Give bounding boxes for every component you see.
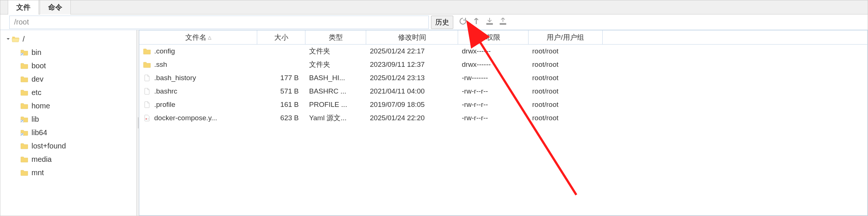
file-type: PROFILE ...: [305, 101, 366, 109]
tree-node[interactable]: lib64: [4, 126, 136, 139]
tree-node-label: lib64: [32, 128, 47, 137]
file-row[interactable]: .profile161 BPROFILE ...2019/07/09 18:05…: [139, 98, 867, 111]
tree-node-label: mnt: [32, 168, 44, 177]
folder-icon: [20, 76, 29, 82]
folder-link-icon: [20, 129, 29, 136]
file-name: docker-compose.y...: [154, 114, 217, 122]
file-list-panel: 文件名△ 大小 类型 修改时间 权限 用户/用户组 .config文件夹2025…: [139, 30, 868, 216]
folder-icon: [20, 89, 29, 96]
file-user: root/root: [529, 74, 603, 82]
file-type: Yaml 源文...: [305, 113, 366, 123]
path-input[interactable]: [9, 16, 429, 29]
tree-node-label: home: [32, 102, 50, 110]
tree-node-label: lost+found: [32, 142, 66, 150]
folder-icon: [20, 102, 29, 109]
history-button[interactable]: 历史: [431, 16, 453, 29]
refresh-icon[interactable]: [458, 17, 467, 27]
path-bar: 历史: [0, 14, 868, 30]
file-list-header: 文件名△ 大小 类型 修改时间 权限 用户/用户组: [139, 30, 867, 45]
file-icon: [143, 88, 151, 95]
folder-icon: [20, 156, 29, 163]
folder-icon: [20, 143, 29, 149]
sort-asc-icon: △: [208, 35, 211, 40]
file-name: .bash_history: [154, 74, 196, 82]
file-name: .ssh: [154, 60, 167, 69]
column-header-mtime[interactable]: 修改时间: [366, 30, 458, 44]
file-row[interactable]: .bash_history177 BBASH_HI...2025/01/24 2…: [139, 71, 867, 85]
yaml-file-icon: [143, 115, 151, 121]
file-name: .bashrc: [154, 87, 177, 95]
folder-link-icon: [20, 116, 29, 122]
file-mtime: 2025/01/24 22:20: [366, 114, 458, 122]
file-size: 571 B: [257, 87, 305, 95]
file-mtime: 2021/04/11 04:00: [366, 87, 458, 95]
file-row[interactable]: .ssh文件夹2023/09/11 12:37drwx------root/ro…: [139, 58, 867, 71]
download-icon[interactable]: [485, 17, 494, 27]
file-perm: -rw-r--r--: [458, 114, 529, 122]
tree-root-label: /: [23, 35, 25, 43]
file-user: root/root: [529, 47, 603, 55]
tree-node-label: media: [32, 155, 52, 164]
file-size: 623 B: [257, 114, 305, 122]
tree-node[interactable]: lost+found: [4, 139, 136, 153]
tree-node[interactable]: dev: [4, 72, 136, 86]
tree-node-label: lib: [32, 115, 39, 124]
tree-node-label: bin: [32, 48, 42, 57]
folder-icon: [20, 62, 29, 69]
tab-command[interactable]: 命令: [40, 0, 71, 14]
folder-icon: [143, 61, 151, 68]
file-size: 177 B: [257, 74, 305, 82]
tree-node[interactable]: home: [4, 99, 136, 112]
top-tabbar: 文件 命令: [0, 0, 868, 14]
file-user: root/root: [529, 60, 603, 69]
upload-icon[interactable]: [498, 17, 507, 27]
tree-root-node[interactable]: /: [4, 32, 136, 46]
tree-node[interactable]: media: [4, 153, 136, 166]
tree-node[interactable]: boot: [4, 59, 136, 72]
file-mtime: 2023/09/11 12:37: [366, 60, 458, 69]
tree-node[interactable]: etc: [4, 86, 136, 99]
tab-file[interactable]: 文件: [8, 0, 39, 14]
tree-node[interactable]: bin: [4, 46, 136, 59]
file-perm: drwx------: [458, 60, 529, 69]
file-icon: [143, 75, 151, 81]
tree-node[interactable]: mnt: [4, 166, 136, 179]
folder-tree: / binbootdevetchomeliblib64lost+foundmed…: [0, 30, 137, 216]
chevron-down-icon[interactable]: [6, 36, 11, 42]
file-row[interactable]: .bashrc571 BBASHRC ...2021/04/11 04:00-r…: [139, 85, 867, 98]
file-row[interactable]: docker-compose.y...623 BYaml 源文...2025/0…: [139, 111, 867, 125]
folder-icon: [20, 169, 29, 176]
tree-node-label: dev: [32, 75, 43, 84]
file-perm: -rw-------: [458, 74, 529, 82]
file-type: 文件夹: [305, 60, 366, 69]
column-header-user[interactable]: 用户/用户组: [529, 30, 603, 44]
column-header-perm[interactable]: 权限: [458, 30, 529, 44]
file-user: root/root: [529, 114, 603, 122]
file-name: .config: [154, 47, 175, 55]
folder-link-icon: [20, 49, 29, 56]
file-type: BASHRC ...: [305, 87, 366, 95]
column-header-type[interactable]: 类型: [305, 30, 366, 44]
file-user: root/root: [529, 101, 603, 109]
file-size: 161 B: [257, 101, 305, 109]
tree-node-label: boot: [32, 62, 46, 70]
column-header-name[interactable]: 文件名△: [139, 30, 257, 44]
file-mtime: 2025/01/24 22:17: [366, 47, 458, 55]
folder-open-icon: [11, 36, 20, 42]
tree-node-label: etc: [32, 88, 42, 97]
up-icon[interactable]: [472, 17, 481, 27]
tree-node[interactable]: lib: [4, 112, 136, 126]
file-type: BASH_HI...: [305, 74, 366, 82]
file-mtime: 2025/01/24 23:13: [366, 74, 458, 82]
file-row[interactable]: .config文件夹2025/01/24 22:17drwx------root…: [139, 45, 867, 58]
file-type: 文件夹: [305, 46, 366, 56]
file-name: .profile: [154, 101, 175, 109]
file-icon: [143, 101, 151, 108]
file-perm: drwx------: [458, 47, 529, 55]
folder-icon: [143, 48, 151, 55]
file-perm: -rw-r--r--: [458, 101, 529, 109]
file-perm: -rw-r--r--: [458, 87, 529, 95]
splitter-handle[interactable]: [137, 30, 139, 216]
file-user: root/root: [529, 87, 603, 95]
column-header-size[interactable]: 大小: [257, 30, 305, 44]
